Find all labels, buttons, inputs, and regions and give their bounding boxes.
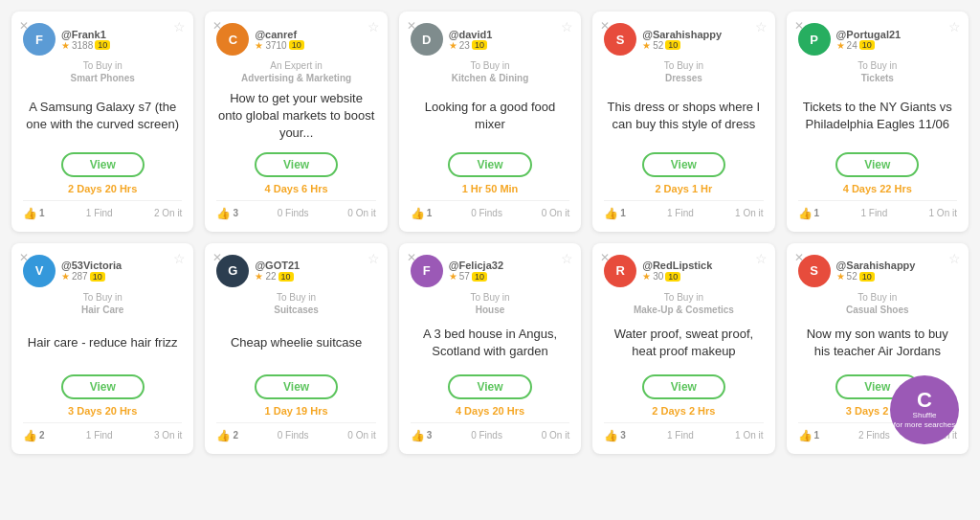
card-header: P @Portugal21 ★ 24 10 <box>798 23 957 56</box>
card-body: Cheap wheelie suitcase <box>216 322 375 365</box>
close-icon[interactable]: ✕ <box>794 251 804 264</box>
view-button[interactable]: View <box>255 152 338 177</box>
view-button[interactable]: View <box>835 152 919 177</box>
rating-value: 52 <box>653 40 663 51</box>
rating-value: 3188 <box>72 40 93 51</box>
card-footer: 👍 2 1 Find 3 On it <box>23 422 182 442</box>
finds-item: 1 Find <box>667 430 694 441</box>
close-icon[interactable]: ✕ <box>19 251 29 264</box>
time-label: 3 Days 20 Hrs <box>23 405 182 417</box>
category: To Buy inHouse <box>411 291 569 316</box>
card-title: Hair care - reduce hair frizz <box>28 334 178 351</box>
badge: 10 <box>472 40 487 50</box>
thumbs-count: 3 <box>233 208 238 218</box>
star-icon[interactable]: ☆ <box>755 251 768 266</box>
star-icon[interactable]: ☆ <box>755 19 768 34</box>
thumbs-icon: 👍 <box>604 207 618 220</box>
rating-value: 30 <box>653 271 663 282</box>
card-header: F @Frank1 ★ 3188 10 <box>23 23 182 56</box>
star-icon[interactable]: ☆ <box>948 19 961 34</box>
username: @RedLipstick <box>642 260 712 271</box>
card-2: ✕ ☆ D @david1 ★ 23 10 To Buy inKitchen &… <box>399 11 581 232</box>
on-it-label: 0 On it <box>542 208 569 218</box>
card-title: A Samsung Galaxy s7 (the one with the cu… <box>23 99 182 133</box>
finds-item: 0 Finds <box>278 208 309 218</box>
category: To Buy inSmart Phones <box>23 59 182 84</box>
close-icon[interactable]: ✕ <box>794 19 804 33</box>
card-title: Now my son wants to buy his teacher Air … <box>798 326 957 360</box>
close-icon[interactable]: ✕ <box>212 19 222 33</box>
time-label: 2 Days 2 Hrs <box>604 405 763 417</box>
shuffle-button[interactable]: C Shufflefor more searches <box>890 375 959 444</box>
rating-row: ★ 3710 10 <box>255 40 303 51</box>
view-button[interactable]: View <box>61 152 145 177</box>
finds-item: 2 Finds <box>858 430 890 441</box>
close-icon[interactable]: ✕ <box>19 19 29 33</box>
star-icon[interactable]: ☆ <box>948 251 961 266</box>
card-footer: 👍 1 1 Find 1 On it <box>604 200 763 220</box>
finds-item: 1 Find <box>86 208 113 218</box>
time-label: 4 Days 20 Hrs <box>411 405 569 417</box>
time-label: 2 Days 1 Hr <box>604 183 763 194</box>
close-icon[interactable]: ✕ <box>407 19 416 33</box>
username: @Sarahishappy <box>836 260 916 271</box>
star-icon[interactable]: ☆ <box>173 19 186 34</box>
username: @Felicja32 <box>449 260 503 271</box>
view-button[interactable]: View <box>642 152 725 177</box>
thumbs-item: 👍 1 <box>23 207 45 220</box>
close-icon[interactable]: ✕ <box>600 19 610 33</box>
card-body: Looking for a good food mixer <box>411 90 569 143</box>
view-button[interactable]: View <box>642 374 725 399</box>
card-body: How to get your website onto global mark… <box>216 90 375 143</box>
view-button[interactable]: View <box>448 374 531 399</box>
rating-star: ★ <box>255 271 263 282</box>
category: To Buy inTickets <box>798 59 957 84</box>
on-it-item: 2 On it <box>154 208 182 218</box>
card-title: A 3 bed house in Angus, Scotland with ga… <box>411 326 569 360</box>
thumbs-count: 1 <box>814 208 820 218</box>
thumbs-count: 2 <box>39 430 45 441</box>
card-header: R @RedLipstick ★ 30 10 <box>604 255 763 287</box>
view-button[interactable]: View <box>255 374 338 399</box>
card-footer: 👍 1 1 Find 1 On it <box>798 200 957 220</box>
card-footer: 👍 3 0 Finds 0 On it <box>411 422 569 442</box>
close-icon[interactable]: ✕ <box>212 251 222 264</box>
time-label: 2 Days 20 Hrs <box>23 183 182 194</box>
user-details: @david1 ★ 23 10 <box>449 29 493 51</box>
user-info-group: D @david1 ★ 23 10 <box>411 23 493 56</box>
thumbs-count: 1 <box>39 208 45 218</box>
user-info-group: C @canref ★ 3710 10 <box>216 23 303 56</box>
card-title: This dress or shops where I can buy this… <box>604 99 763 133</box>
badge: 10 <box>859 40 875 50</box>
star-icon[interactable]: ☆ <box>561 251 573 266</box>
finds-label: 0 Finds <box>278 430 309 441</box>
username: @david1 <box>449 29 493 40</box>
rating-star: ★ <box>449 40 457 51</box>
rating-row: ★ 22 10 <box>255 271 300 282</box>
on-it-item: 0 On it <box>542 208 569 218</box>
rating-star: ★ <box>61 40 70 51</box>
thumbs-icon: 👍 <box>411 207 425 220</box>
close-icon[interactable]: ✕ <box>407 251 416 264</box>
card-6: ✕ ☆ G @GOT21 ★ 22 10 To Buy inSuitcases … <box>205 243 387 454</box>
user-details: @Portugal21 ★ 24 10 <box>836 29 902 51</box>
close-icon[interactable]: ✕ <box>600 251 610 264</box>
star-icon[interactable]: ☆ <box>368 251 380 266</box>
thumbs-count: 3 <box>620 430 626 441</box>
user-info-group: F @Frank1 ★ 3188 10 <box>23 23 110 56</box>
rating-value: 3710 <box>265 40 286 51</box>
finds-label: 2 Finds <box>858 430 890 441</box>
user-details: @Sarahishappy ★ 52 10 <box>836 260 916 282</box>
on-it-label: 2 On it <box>154 208 182 218</box>
star-icon[interactable]: ☆ <box>173 251 186 266</box>
card-header: F @Felicja32 ★ 57 10 <box>411 255 569 287</box>
card-4: ✕ ☆ P @Portugal21 ★ 24 10 To Buy inTicke… <box>787 11 969 232</box>
view-button[interactable]: View <box>448 152 531 177</box>
rating-row: ★ 30 10 <box>642 271 712 282</box>
badge: 10 <box>95 40 110 50</box>
star-icon[interactable]: ☆ <box>368 19 380 34</box>
view-button[interactable]: View <box>61 374 145 399</box>
user-info-group: S @Sarahishappy ★ 52 10 <box>604 23 722 56</box>
rating-star: ★ <box>61 271 70 282</box>
star-icon[interactable]: ☆ <box>561 19 573 34</box>
